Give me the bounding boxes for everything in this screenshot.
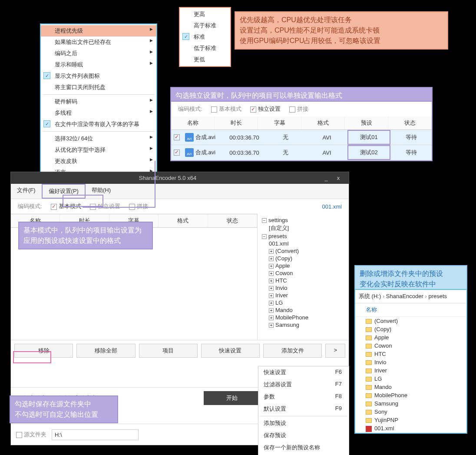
folder-item[interactable]: Mando <box>355 383 466 391</box>
tree-item[interactable]: +Invio <box>260 284 346 292</box>
preferences-menu[interactable]: 进程优先级如果输出文件已经存在编码之后显示和睡眠✓显示文件列表图标将主窗口关闭到… <box>40 23 157 180</box>
file-item[interactable]: 001.xml <box>355 424 466 433</box>
tree-item[interactable]: +(Convert) <box>260 247 346 255</box>
folder-item[interactable]: Apple <box>355 333 466 342</box>
menubar-item[interactable]: 帮助(H) <box>86 184 117 199</box>
avi-icon: AVI <box>185 148 194 157</box>
mode-concat[interactable]: 拼接 <box>129 203 148 210</box>
tree-item[interactable]: +(Copy) <box>260 255 346 262</box>
menu-item[interactable]: 从优化的字型中选择 <box>41 144 156 156</box>
tree-item[interactable]: +Samsung <box>260 321 346 329</box>
menu-item[interactable]: 如果输出文件已经存在 <box>41 37 156 48</box>
source-folder-check-2[interactable]: 源文件夹 <box>16 431 46 438</box>
start-button[interactable]: 开始 <box>204 391 260 405</box>
priority-item[interactable]: 更低 <box>180 54 230 65</box>
folder-item[interactable]: YujinPNP <box>355 416 466 424</box>
tree-item[interactable]: +HTC <box>260 277 346 284</box>
menu-item[interactable]: 编码之后 <box>41 48 156 59</box>
preset-tree[interactable]: −settings[自定义]−presets001.xml+(Convert)+… <box>258 214 349 340</box>
toolbar-button[interactable]: 移除全部 <box>76 344 135 358</box>
tree-item[interactable]: +Mando <box>260 306 346 314</box>
breadcrumb-item[interactable]: 系统 (H:) <box>359 293 386 299</box>
queue-modebar: 编码模式: 基本模式 独立设置 拼接 <box>171 102 432 116</box>
folder-item[interactable]: Sony <box>355 408 466 416</box>
menubar[interactable]: 文件(F)偏好设置(P)帮助(H) <box>11 184 349 199</box>
mode-independent[interactable]: 独立设置 <box>250 105 281 113</box>
menu-item[interactable]: 更改皮肤 <box>41 156 156 167</box>
tree-item[interactable]: −settings <box>260 216 346 224</box>
menu-item[interactable]: 保存预设 <box>258 429 349 442</box>
breadcrumb-item[interactable]: ShanaEncoder <box>386 293 429 299</box>
folder-item[interactable]: Iriver <box>355 366 466 375</box>
mode-label: 编码模式: <box>178 105 202 113</box>
menu-item[interactable]: 过滤器设置F7 <box>258 379 349 391</box>
folder-icon <box>366 369 372 373</box>
avi-icon: AVI <box>185 133 194 142</box>
tree-item[interactable]: −presets <box>260 232 346 240</box>
tree-item[interactable]: 001.xml <box>260 240 346 247</box>
folder-item[interactable]: LG <box>355 375 466 383</box>
menu-item[interactable]: 保存一个新的预设名称 <box>258 442 349 454</box>
priority-item[interactable]: ✓标准 <box>180 31 230 43</box>
menu-item[interactable]: 多线程 <box>41 107 156 119</box>
table-row[interactable]: AVI合成.avi00:03:36.70无AVI测试01等待 <box>171 130 432 145</box>
queue-panel: 编码模式: 基本模式 独立设置 拼接 名称时长字幕格式预设状态 AVI合成.av… <box>170 101 433 161</box>
explorer-panel[interactable]: 系统 (H:)ShanaEncoderpresets 名称 (Convert)(… <box>354 289 467 434</box>
menu-item[interactable]: 添加预设 <box>258 417 349 429</box>
minimize-icon: _ <box>320 175 332 181</box>
folder-item[interactable]: HTC <box>355 350 466 358</box>
menu-item[interactable]: 硬件解码 <box>41 96 156 107</box>
toolbar-button[interactable]: 项目 <box>139 344 198 358</box>
menu-item[interactable]: 进程优先级 <box>41 25 156 37</box>
breadcrumb-item[interactable]: presets <box>428 293 447 299</box>
tree-item[interactable]: +MobilePhone <box>260 314 346 321</box>
preset-context-menu[interactable]: 快速设置F6过滤器设置F7参数F8默认设置F9添加预设保存预设保存一个新的预设名… <box>258 366 349 455</box>
mode-concat[interactable]: 拼接 <box>289 105 308 113</box>
folder-item[interactable]: (Convert) <box>355 317 466 325</box>
menu-item[interactable]: 将主窗口关闭到托盘 <box>41 82 156 93</box>
table-row[interactable]: AVI合成.avi00:03:36.70无AVI测试02等待 <box>171 145 432 160</box>
menu-item[interactable]: 默认设置F9 <box>258 403 349 415</box>
connector-line <box>83 207 155 208</box>
tree-item[interactable]: +LG <box>260 299 346 306</box>
folder-item[interactable]: Samsung <box>355 399 466 408</box>
folder-item[interactable]: Invio <box>355 358 466 366</box>
window-controls[interactable]: _x <box>320 175 344 181</box>
toolbar-button[interactable]: 添加文件 <box>263 344 322 358</box>
priority-submenu[interactable]: 更高高于标准✓标准低于标准更低 <box>179 7 231 67</box>
toolbar-button[interactable]: > <box>325 344 345 358</box>
menubar-item[interactable]: 偏好设置(P) <box>42 184 86 199</box>
menu-item[interactable]: 快速设置F6 <box>258 366 349 379</box>
priority-item[interactable]: 更高 <box>180 9 230 20</box>
priority-item[interactable]: 高于标准 <box>180 20 230 31</box>
output-path-input[interactable]: H:\ <box>52 429 139 440</box>
tree-item[interactable]: +Apple <box>260 262 346 269</box>
priority-item[interactable]: 低于标准 <box>180 43 230 54</box>
basic-mode-callout: 基本模式中，队列中的项目输出设置为 应用的预设或快速设置中的格式 <box>18 222 153 249</box>
folder-icon <box>366 319 372 324</box>
folder-item[interactable]: Cowon <box>355 342 466 350</box>
menu-item[interactable]: ✓在文件中渲染带有嵌入字体的字幕 <box>41 119 156 130</box>
current-xml: 001.xml <box>322 203 342 210</box>
tree-item[interactable]: +Cowon <box>260 269 346 277</box>
menu-item[interactable]: 参数F8 <box>258 391 349 403</box>
mode-independent[interactable]: 独立设置 <box>90 203 120 210</box>
mode-basic[interactable]: 基本模式 <box>211 105 241 113</box>
toolbar-button[interactable]: 移除 <box>14 344 73 358</box>
menu-item[interactable]: 显示和睡眠 <box>41 59 156 70</box>
queue-header: 名称时长字幕格式预设状态 <box>171 116 432 130</box>
close-icon: x <box>332 175 344 181</box>
folder-item[interactable]: (Copy) <box>355 325 466 333</box>
menu-item[interactable]: ✓显示文件列表图标 <box>41 70 156 82</box>
mode-label: 编码模式: <box>18 203 42 210</box>
tree-item[interactable]: [自定义] <box>260 224 346 232</box>
menu-item[interactable]: 选择32位/ 64位 <box>41 133 156 144</box>
folder-icon <box>366 335 372 340</box>
menubar-item[interactable]: 文件(F) <box>11 184 42 199</box>
toolbar-button[interactable]: 快速设置 <box>201 344 260 358</box>
mode-basic[interactable]: 基本模式 <box>51 203 81 210</box>
tree-item[interactable]: +Iriver <box>260 292 346 299</box>
folder-item[interactable]: MobilePhone <box>355 391 466 399</box>
breadcrumb[interactable]: 系统 (H:)ShanaEncoderpresets <box>355 290 466 303</box>
column-header[interactable]: 名称 <box>355 303 466 317</box>
